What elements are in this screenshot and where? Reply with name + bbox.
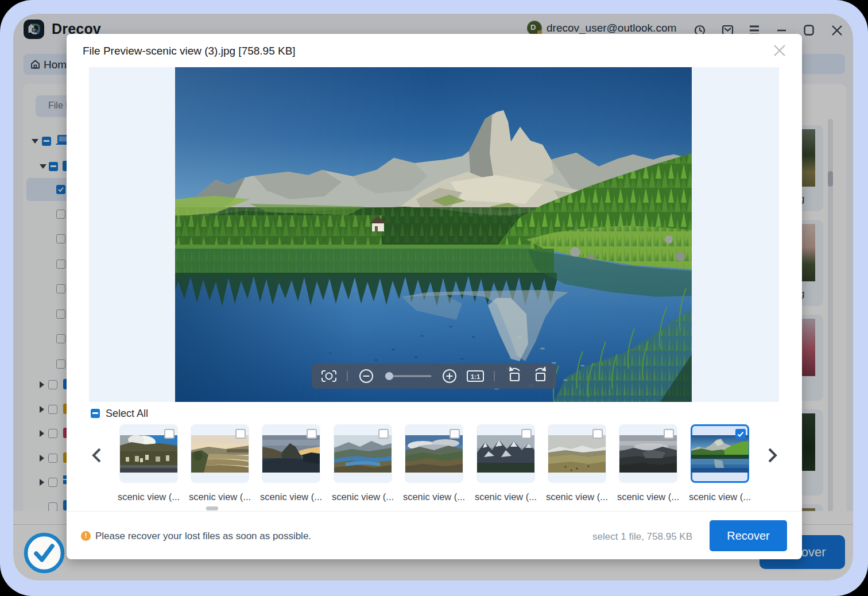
svg-text:1:1: 1:1 <box>471 373 480 380</box>
